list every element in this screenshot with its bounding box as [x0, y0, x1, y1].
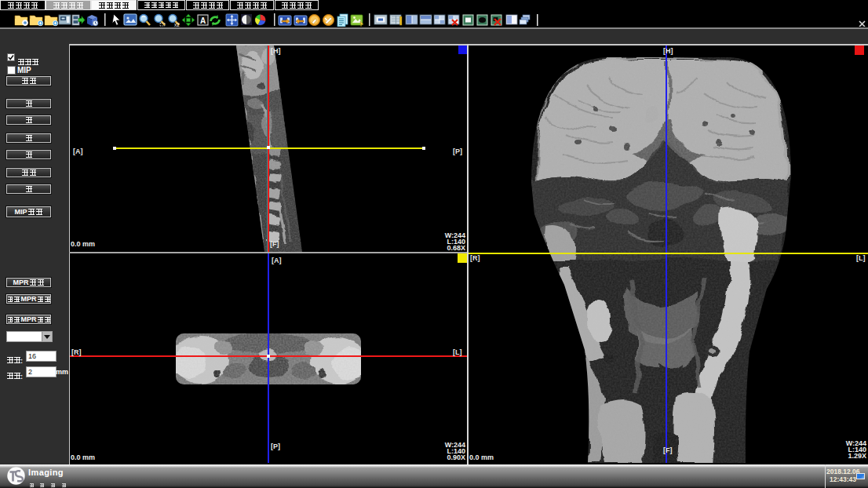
svg-text:A: A [200, 16, 206, 25]
svg-text:x2: x2 [174, 22, 180, 27]
